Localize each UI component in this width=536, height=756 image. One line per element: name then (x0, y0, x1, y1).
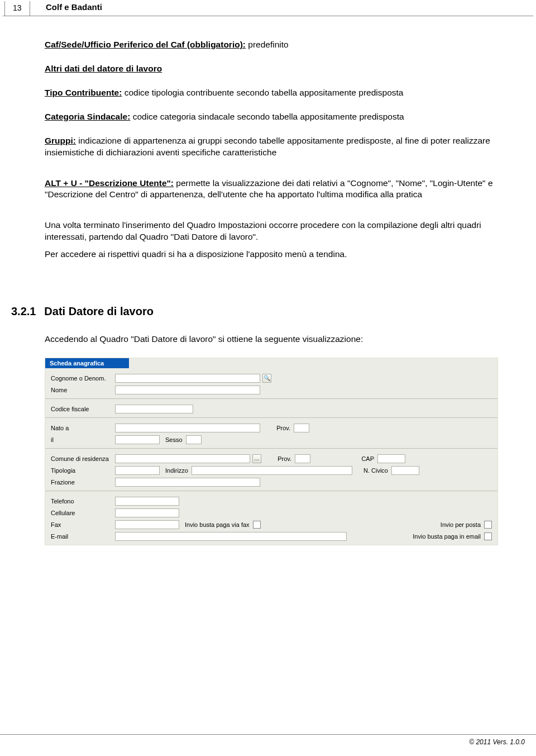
label-nome: Nome (51, 387, 115, 393)
label-invio-email: Invio busta paga in email (407, 533, 484, 540)
input-indirizzo[interactable] (192, 466, 352, 475)
label-nato: Nato a (51, 425, 115, 431)
para-p1: Una volta terminato l'inserimento del Qu… (45, 220, 498, 243)
gruppi-label: Gruppi: (45, 136, 76, 145)
doc-title: Colf e Badanti (46, 2, 102, 12)
ellipsis-icon[interactable]: … (252, 454, 261, 463)
main-content: Caf/Sede/Ufficio Periferico del Caf (obb… (0, 17, 536, 551)
label-invio-posta: Invio per posta (435, 521, 484, 528)
section-number: 3.2.1 (11, 305, 42, 318)
label-fax: Fax (51, 521, 115, 528)
label-cf: Codice fiscale (51, 406, 115, 412)
form-section-name: Cognome o Denom. 🔍 Nome (45, 368, 497, 399)
tipo-label: Tipo Contribuente: (45, 88, 122, 97)
input-comune[interactable] (115, 454, 250, 463)
para-altri-title: Altri dati del datore di lavoro (45, 63, 498, 75)
label-invio-fax: Invio busta paga via fax (179, 521, 253, 528)
label-cellulare: Cellulare (51, 510, 115, 516)
input-ncivico[interactable] (391, 466, 419, 475)
para-alt: ALT + U - "Descrizione Utente": permette… (45, 178, 498, 201)
form-section-address: Comune di residenza … Prov. CAP Tipologi… (45, 449, 497, 491)
para-gruppi: Gruppi: indicazione di appartenenza ai g… (45, 135, 498, 159)
form-section-cf: Codice fiscale (45, 399, 497, 418)
label-indirizzo: Indirizzo (160, 467, 192, 474)
input-cap[interactable] (377, 454, 405, 463)
lookup-icon[interactable]: 🔍 (262, 374, 271, 383)
tipo-val: codice tipologia contribuente secondo ta… (122, 88, 403, 97)
para-p2: Per accedere ai rispettivi quadri si ha … (45, 249, 498, 260)
caf-label: Caf/Sede/Ufficio Periferico del Caf (obb… (45, 40, 246, 49)
input-sesso[interactable] (186, 435, 202, 444)
header-rule (3, 16, 533, 16)
label-il: il (51, 436, 115, 443)
input-cellulare[interactable] (115, 508, 179, 517)
para-tipo: Tipo Contribuente: codice tipologia cont… (45, 87, 498, 99)
altri-dati-heading: Altri dati del datore di lavoro (45, 64, 162, 73)
section-title: Dati Datore di lavoro (44, 305, 154, 317)
para-p3: Accedendo al Quadro "Dati Datore di lavo… (45, 334, 498, 345)
label-tipologia: Tipologia (51, 467, 115, 474)
caf-val: predefinito (246, 40, 289, 49)
chk-invio-fax[interactable] (253, 521, 261, 529)
form-header: Scheda anagrafica (45, 358, 129, 368)
label-telefono: Telefono (51, 498, 115, 505)
form-section-contact: Telefono Cellulare Fax Invio busta paga … (45, 491, 497, 545)
form-section-birth: Nato a Prov. il Sesso (45, 418, 497, 449)
input-email[interactable] (115, 532, 347, 541)
input-frazione[interactable] (115, 478, 260, 487)
input-il[interactable] (115, 435, 160, 444)
chk-invio-posta[interactable] (484, 521, 492, 529)
label-prov-res: Prov. (261, 455, 295, 462)
input-cognome[interactable] (115, 374, 260, 383)
input-tipologia[interactable] (115, 466, 160, 475)
label-comune: Comune di residenza (51, 455, 115, 462)
input-telefono[interactable] (115, 497, 179, 506)
input-nome[interactable] (115, 386, 260, 394)
input-fax[interactable] (115, 520, 179, 529)
chk-invio-email[interactable] (484, 532, 492, 540)
gruppi-val: indicazione di appartenenza ai gruppi se… (45, 136, 490, 157)
cat-val: codice categoria sindacale secondo tabel… (130, 112, 404, 121)
page-number-box: 13 (4, 1, 30, 16)
input-nato[interactable] (115, 424, 260, 432)
page-footer: © 2011 Vers. 1.0.0 (0, 734, 536, 746)
label-cognome: Cognome o Denom. (51, 375, 115, 382)
label-sesso: Sesso (160, 436, 186, 443)
input-prov-birth[interactable] (294, 424, 309, 432)
input-prov-res[interactable] (295, 454, 310, 463)
label-ncivico: N. Civico (352, 467, 391, 474)
para-caf: Caf/Sede/Ufficio Periferico del Caf (obb… (45, 39, 498, 51)
page-number: 13 (13, 3, 22, 12)
para-cat: Categoria Sindacale: codice categoria si… (45, 111, 498, 123)
input-cf[interactable] (115, 405, 193, 413)
form-scheda-anagrafica: Scheda anagrafica Cognome o Denom. 🔍 Nom… (45, 358, 498, 545)
label-email: E-mail (51, 533, 115, 540)
label-cap: CAP (310, 455, 377, 462)
alt-label: ALT + U - "Descrizione Utente": (45, 178, 174, 188)
label-prov-birth: Prov. (260, 425, 294, 431)
page-header: 13 Colf e Badanti (0, 0, 536, 17)
cat-label: Categoria Sindacale: (45, 112, 130, 121)
label-frazione: Frazione (51, 479, 115, 486)
section-heading: 3.2.1 Dati Datore di lavoro (11, 305, 498, 318)
footer-text: © 2011 Vers. 1.0.0 (469, 738, 525, 746)
